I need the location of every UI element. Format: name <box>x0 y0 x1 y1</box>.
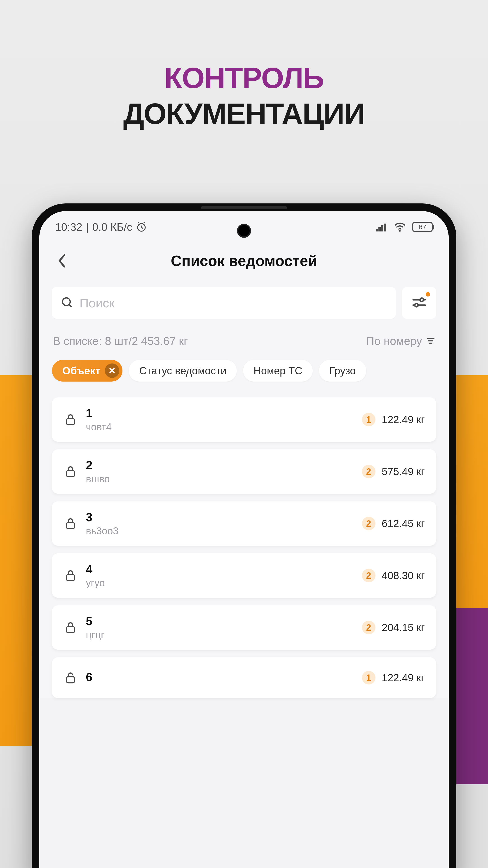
wifi-icon <box>394 222 406 232</box>
list-item[interactable]: 5 цгцг 2 204.15 кг <box>52 605 436 650</box>
filter-chip[interactable]: Объект✕ <box>52 360 123 381</box>
item-weight: 204.15 кг <box>382 621 425 633</box>
item-weight: 575.49 кг <box>382 465 425 477</box>
item-number: 4 <box>86 562 362 576</box>
item-subtitle: вшво <box>86 473 362 485</box>
chip-label: Статус ведомости <box>139 365 226 377</box>
page-title: Список ведомостей <box>53 252 435 270</box>
app-header: Список ведомостей <box>39 243 449 280</box>
search-box[interactable] <box>52 287 396 319</box>
sort-label: По номеру <box>366 335 422 348</box>
svg-rect-1 <box>376 229 378 231</box>
headline-line1: КОНТРОЛЬ <box>0 61 488 95</box>
phone-camera <box>237 224 251 238</box>
item-weight: 122.49 кг <box>382 672 425 684</box>
item-count-badge: 2 <box>362 517 376 530</box>
filter-chip[interactable]: Грузо <box>319 360 366 381</box>
filter-chip[interactable]: Номер ТС <box>243 360 313 381</box>
item-number: 6 <box>86 670 362 684</box>
signal-icon <box>376 222 388 231</box>
svg-point-11 <box>415 303 418 307</box>
item-number: 2 <box>86 458 362 472</box>
lock-icon <box>63 671 78 684</box>
item-number: 1 <box>86 406 362 420</box>
sort-icon <box>426 335 435 348</box>
filter-active-dot <box>426 292 430 297</box>
lock-icon <box>63 621 78 634</box>
item-count-badge: 2 <box>362 465 376 478</box>
chip-label: Грузо <box>329 365 356 377</box>
bg-band-grey-right <box>452 784 488 868</box>
svg-line-7 <box>69 305 72 307</box>
svg-point-5 <box>399 230 400 232</box>
svg-rect-19 <box>67 627 74 633</box>
item-count-badge: 1 <box>362 413 376 426</box>
item-weight: 408.30 кг <box>382 569 425 582</box>
item-count-badge: 2 <box>362 621 376 634</box>
svg-rect-16 <box>67 471 74 477</box>
lock-icon <box>63 517 78 530</box>
svg-rect-17 <box>67 523 74 529</box>
bg-band-orange-right <box>452 375 488 608</box>
item-subtitle: цгцг <box>86 629 362 641</box>
alarm-icon <box>136 221 147 232</box>
list-item[interactable]: 1 човт4 1 122.49 кг <box>52 397 436 442</box>
battery-indicator: 67 <box>412 222 433 232</box>
filter-button[interactable] <box>402 287 436 319</box>
sliders-icon <box>411 294 427 311</box>
battery-level: 67 <box>419 223 426 231</box>
item-subtitle: вь3оо3 <box>86 525 362 537</box>
headline-line2: ДОКУМЕНТАЦИИ <box>0 97 488 131</box>
list-summary: В списке: 8 шт/2 453.67 кг <box>53 335 188 348</box>
svg-rect-2 <box>379 227 381 231</box>
item-number: 5 <box>86 614 362 628</box>
svg-rect-15 <box>67 418 74 425</box>
phone-earpiece <box>201 206 287 209</box>
item-subtitle: човт4 <box>86 421 362 433</box>
marketing-headline: КОНТРОЛЬ ДОКУМЕНТАЦИИ <box>0 61 488 131</box>
chip-label: Объект <box>62 365 100 377</box>
svg-rect-20 <box>67 677 74 683</box>
item-weight: 612.45 кг <box>382 518 425 530</box>
item-number: 3 <box>86 510 362 524</box>
sort-button[interactable]: По номеру <box>366 335 435 348</box>
status-sep: | <box>86 221 89 233</box>
lock-icon <box>63 569 78 582</box>
svg-rect-18 <box>67 575 74 581</box>
filter-chips[interactable]: Объект✕Статус ведомостиНомер ТСГрузо <box>39 354 449 391</box>
chip-clear-icon[interactable]: ✕ <box>105 364 119 378</box>
item-count-badge: 2 <box>362 569 376 582</box>
item-subtitle: угуо <box>86 577 362 589</box>
status-time: 10:32 <box>55 221 82 233</box>
item-count-badge: 1 <box>362 671 376 684</box>
svg-rect-3 <box>381 225 383 231</box>
list-item[interactable]: 6 1 122.49 кг <box>52 657 436 698</box>
svg-point-6 <box>63 298 70 306</box>
list-item[interactable]: 4 угуо 2 408.30 кг <box>52 553 436 598</box>
lock-icon <box>63 465 78 478</box>
search-input[interactable] <box>79 296 387 310</box>
item-weight: 122.49 кг <box>382 413 425 426</box>
status-net: 0,0 КБ/с <box>92 221 132 233</box>
filter-chip[interactable]: Статус ведомости <box>129 360 237 381</box>
lock-icon <box>63 413 78 426</box>
search-icon <box>61 296 73 309</box>
document-list[interactable]: 1 човт4 1 122.49 кг 2 вшво 2 575.49 кг 3… <box>39 391 449 698</box>
list-item[interactable]: 2 вшво 2 575.49 кг <box>52 450 436 494</box>
bg-band-purple-right <box>452 608 488 784</box>
svg-point-9 <box>420 298 423 302</box>
list-item[interactable]: 3 вь3оо3 2 612.45 кг <box>52 501 436 546</box>
phone-frame: 10:32 | 0,0 КБ/с <box>32 204 456 868</box>
chip-label: Номер ТС <box>254 365 302 377</box>
svg-rect-4 <box>384 224 386 231</box>
